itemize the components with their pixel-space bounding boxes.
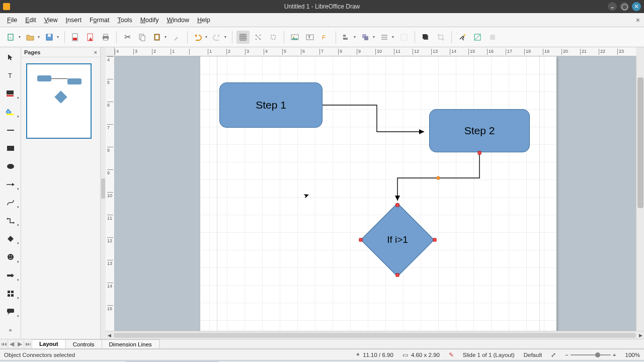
menu-tools[interactable]: Tools [113, 16, 136, 25]
zoom-out-icon[interactable]: − [565, 352, 569, 358]
flowchart-step1-box[interactable]: Step 1 [219, 82, 323, 128]
flowchart-step2-box[interactable]: Step 2 [429, 109, 530, 152]
arrange-objects-button[interactable] [359, 31, 376, 44]
align-objects-button[interactable] [340, 31, 357, 44]
horizontal-ruler[interactable]: 4321123456789101112131415161718192021222… [115, 47, 636, 56]
menu-edit[interactable]: Edit [21, 16, 40, 25]
flowchart-decision-diamond[interactable]: If i>1 [371, 214, 424, 266]
more-tools-button[interactable]: » [3, 324, 18, 336]
menu-modify[interactable]: Modify [136, 16, 163, 25]
snap-to-grid-button[interactable] [252, 31, 265, 44]
fill-color-tool[interactable] [3, 106, 18, 118]
selection-handle[interactable] [478, 151, 481, 155]
3d-effects-button[interactable] [471, 31, 484, 44]
shadow-button[interactable] [419, 31, 432, 44]
connector-tool[interactable] [3, 215, 18, 227]
menu-window[interactable]: Window [163, 16, 193, 25]
print-button[interactable] [99, 31, 112, 44]
status-slide[interactable]: Slide 1 of 1 (Layout) [463, 352, 515, 358]
tab-layout[interactable]: Layout [32, 339, 66, 348]
document-close-button[interactable]: × [636, 16, 640, 24]
connector-step1-step2[interactable] [323, 104, 431, 134]
insert-fontwork-button[interactable]: F [318, 31, 332, 44]
select-tool[interactable] [3, 51, 18, 63]
window-close-button[interactable]: ✕ [632, 2, 641, 11]
fit-page-button[interactable]: ⤢ [551, 351, 556, 358]
rectangle-tool[interactable] [3, 142, 18, 154]
vertical-ruler[interactable]: 456789101112131415 [106, 56, 115, 331]
menu-view[interactable]: View [40, 16, 62, 25]
filter-button[interactable] [456, 31, 469, 44]
window-maximize-button[interactable]: ◯ [620, 2, 629, 11]
panel-splitter[interactable] [101, 47, 106, 339]
pages-panel-close-button[interactable]: × [94, 49, 97, 55]
selection-midpoint-handle[interactable] [437, 176, 440, 180]
insert-image-button[interactable] [288, 31, 301, 44]
menu-file[interactable]: File [3, 16, 21, 25]
arrow-line-tool[interactable] [3, 178, 18, 191]
insert-textbox-button[interactable]: T [303, 31, 316, 44]
line-tool[interactable] [3, 124, 18, 136]
drawing-page[interactable]: Step 1 Step 2 [200, 56, 556, 331]
flowchart-shapes-tool[interactable] [3, 288, 18, 300]
crop-button[interactable] [434, 31, 447, 44]
menu-help[interactable]: Help [193, 16, 214, 25]
copy-button[interactable] [136, 31, 149, 44]
status-position: 11.10 / 6.90 [363, 352, 393, 358]
group-button[interactable] [397, 31, 411, 44]
tab-nav-next[interactable]: ▶ [16, 339, 24, 348]
svg-rect-34 [343, 38, 348, 40]
svg-rect-9 [104, 38, 108, 40]
horizontal-scrollbar[interactable]: ◀ ▶ [106, 331, 644, 339]
block-arrows-tool[interactable] [3, 269, 18, 282]
grid-toggle-button[interactable] [236, 31, 250, 44]
paste-button[interactable] [151, 31, 168, 44]
start-menu-button[interactable] [0, 360, 12, 363]
svg-rect-59 [8, 291, 10, 293]
zoom-in-icon[interactable]: + [613, 352, 616, 358]
distribute-objects-button[interactable] [378, 31, 395, 44]
menu-insert[interactable]: Insert [62, 16, 86, 25]
vertical-scrollbar[interactable] [636, 56, 644, 331]
tab-nav-first[interactable]: ⏮ [0, 339, 8, 348]
selection-handle[interactable] [433, 238, 437, 242]
menu-format[interactable]: Format [86, 16, 114, 25]
ellipse-tool[interactable] [3, 160, 18, 172]
line-color-tool[interactable] [3, 87, 18, 100]
curve-tool[interactable] [3, 197, 18, 209]
tab-controls[interactable]: Controls [66, 339, 102, 348]
undo-button[interactable] [192, 31, 209, 44]
callout-shapes-tool[interactable] [3, 306, 18, 318]
export-pdf-button[interactable] [69, 31, 82, 44]
redo-button[interactable] [211, 31, 228, 44]
tab-nav-last[interactable]: ⏭ [24, 339, 32, 348]
basic-shapes-tool[interactable] [3, 233, 18, 245]
selection-handle[interactable] [359, 238, 363, 242]
print-preview-button[interactable] [84, 31, 97, 44]
canvas-area: 4321123456789101112131415161718192021222… [106, 47, 644, 339]
tab-nav-prev[interactable]: ◀ [8, 339, 16, 348]
symbol-shapes-tool[interactable] [3, 251, 18, 263]
svg-text:+: + [9, 36, 12, 40]
extrusion-button[interactable] [486, 31, 499, 44]
save-button[interactable] [43, 31, 60, 44]
selection-handle[interactable] [396, 274, 399, 277]
status-style[interactable]: Default [524, 352, 542, 358]
drawing-viewport[interactable]: Step 1 Step 2 [115, 56, 636, 331]
text-tool[interactable]: T [3, 69, 18, 81]
new-document-button[interactable]: + [5, 31, 22, 44]
zoom-slider[interactable]: − + [565, 352, 616, 358]
open-button[interactable] [24, 31, 41, 44]
system-taskbar: Best of AR RAHMAN [Instrumental Untitled… [0, 360, 644, 362]
page-thumbnail[interactable]: 1 [26, 63, 95, 139]
scroll-left-icon[interactable]: ◀ [106, 333, 113, 338]
status-zoom[interactable]: 100% [625, 352, 640, 358]
window-minimize-button[interactable]: ⌄ [608, 2, 617, 11]
scroll-right-icon[interactable]: ▶ [637, 333, 644, 338]
format-paintbrush-button[interactable] [170, 31, 183, 44]
tab-dimension-lines[interactable]: Dimension Lines [102, 339, 159, 348]
svg-point-52 [7, 164, 14, 169]
guides-when-moving-button[interactable] [267, 31, 280, 44]
selection-handle[interactable] [396, 204, 399, 207]
cut-button[interactable]: ✂ [121, 31, 134, 44]
